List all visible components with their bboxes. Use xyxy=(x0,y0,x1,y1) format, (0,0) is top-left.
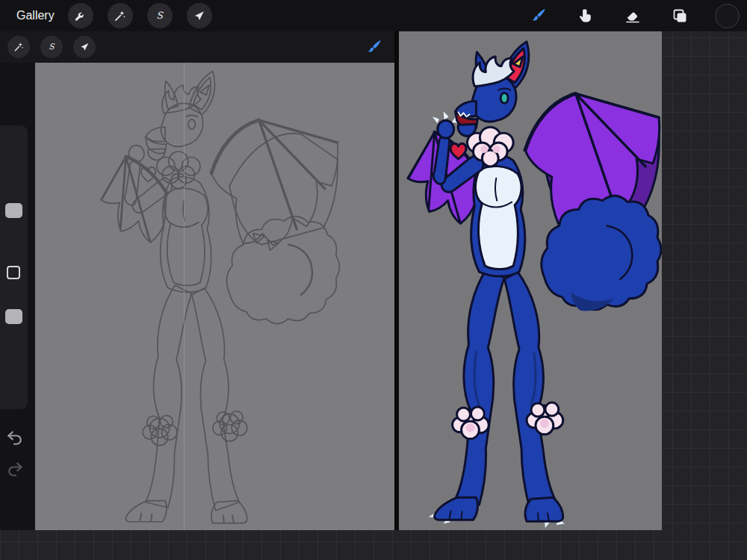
undo-button[interactable] xyxy=(4,426,25,447)
redo-button[interactable] xyxy=(4,457,25,478)
svg-text:S: S xyxy=(49,42,55,52)
lineart-artwork xyxy=(35,63,397,530)
procreate-app: Gallery S xyxy=(0,0,747,560)
ref-transform-button[interactable] xyxy=(73,36,96,58)
paint-button[interactable] xyxy=(526,3,551,28)
color-swatch xyxy=(715,4,740,28)
opacity-slider-handle[interactable] xyxy=(5,309,22,324)
left-tool-group: S xyxy=(68,3,212,28)
right-tool-group xyxy=(526,3,747,28)
paintbrush-icon xyxy=(530,7,548,25)
erase-button[interactable] xyxy=(620,3,645,28)
ref-paint-button[interactable] xyxy=(362,34,387,60)
redo-arrow-icon xyxy=(5,458,25,477)
smudge-finger-icon xyxy=(577,7,595,25)
colored-artwork xyxy=(399,31,662,530)
top-toolbar: Gallery S xyxy=(0,0,747,31)
selection-s-icon: S xyxy=(152,9,167,23)
undo-arrow-icon xyxy=(5,426,25,446)
reference-canvas[interactable] xyxy=(35,63,397,530)
transform-button[interactable] xyxy=(187,3,212,28)
eraser-icon xyxy=(624,7,642,25)
magic-wand-icon xyxy=(113,9,127,23)
paintbrush-icon xyxy=(365,38,383,56)
magic-wand-icon xyxy=(13,41,25,53)
brush-size-slider-handle[interactable] xyxy=(5,203,22,218)
ref-adjustments-button[interactable] xyxy=(7,36,30,58)
layers-button[interactable] xyxy=(667,3,692,28)
selection-button[interactable]: S xyxy=(147,3,173,28)
layers-icon xyxy=(671,7,689,25)
ref-selection-button[interactable]: S xyxy=(40,36,63,58)
selection-s-icon: S xyxy=(46,41,58,53)
transform-arrow-icon xyxy=(78,41,90,53)
svg-text:S: S xyxy=(156,10,164,21)
reference-toolbar: S xyxy=(0,31,397,63)
wrench-icon xyxy=(73,9,87,23)
modify-button[interactable] xyxy=(7,266,20,279)
color-button[interactable] xyxy=(714,3,740,28)
adjustments-button[interactable] xyxy=(108,3,133,28)
actions-button[interactable] xyxy=(68,3,93,28)
brush-sidebar[interactable] xyxy=(0,125,28,409)
window-divider xyxy=(394,31,399,530)
reference-window: S xyxy=(0,31,397,530)
smudge-button[interactable] xyxy=(573,3,598,28)
gallery-button[interactable]: Gallery xyxy=(16,9,55,22)
transform-arrow-icon xyxy=(192,9,206,23)
main-canvas[interactable] xyxy=(399,31,662,530)
symmetry-guide-line xyxy=(184,63,185,530)
